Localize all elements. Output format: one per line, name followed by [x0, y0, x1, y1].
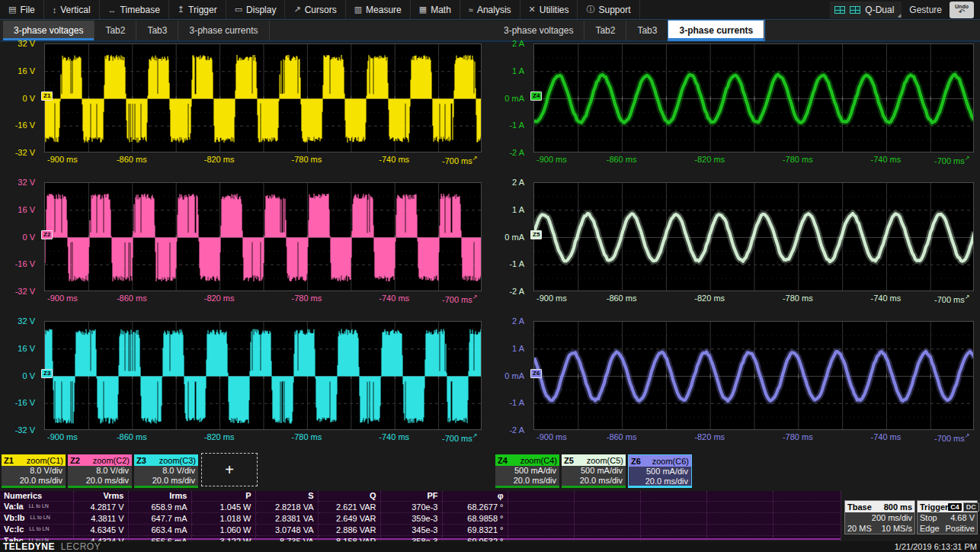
descriptor-box-Z5[interactable]: Z5zoom(C5)500 mA/div20.0 ms/div [562, 454, 626, 488]
zero-level-badge-Z4[interactable]: Z4 [530, 91, 542, 101]
y-axis-label-Z6-2: 0 mA [490, 371, 529, 380]
numerics-value-empty [773, 512, 841, 524]
descriptor-box-Z6[interactable]: Z6zoom(C6)500 mA/div20.0 ms/div [628, 454, 692, 488]
zero-level-badge-Z3[interactable]: Z3 [41, 369, 53, 378]
x-axis-tick-text: -900 ms [47, 155, 78, 164]
more-data-arrow-icon: ↗ [965, 155, 970, 162]
menu-timebase-label: Timebase [120, 5, 160, 15]
trigger-source-badge: C4 [948, 503, 962, 511]
y-axis-label-Z2-4: -32 V [0, 287, 40, 296]
trigger-mode: Stop [920, 512, 937, 523]
channel-pair-label: Va:Ia [4, 502, 24, 511]
x-axis-tick-text: -700 ms [934, 156, 965, 165]
numerics-title: Numerics [0, 491, 73, 501]
menu-utilities[interactable]: ✕Utilities [520, 0, 578, 19]
display-icon: ▭ [235, 5, 242, 14]
table-row: Vc:IcLL to LN4.6345 V663.4 mA1.060 W3.07… [0, 524, 841, 535]
descriptor-box-Z4[interactable]: Z4zoom(C4)500 mA/div20.0 ms/div [495, 454, 559, 488]
tab-right-3-phase-currents[interactable]: 3-phase currents [668, 21, 764, 40]
y-axis-label-Z4-1: 1 A [490, 66, 529, 75]
descriptor-header: Z1zoom(C1) [2, 454, 66, 466]
scope-grid-Z6[interactable] [533, 321, 974, 430]
numerics-value-empty [706, 512, 773, 524]
table-row: Vb:IbLL to LN4.3811 V647.7 mA1.018 W2.83… [0, 512, 841, 524]
menu-support[interactable]: ⓘSupport [578, 0, 639, 19]
undo-button[interactable]: Undo ↶ [950, 2, 974, 18]
y-axis-label-Z5-4: -2 A [490, 287, 529, 296]
descriptor-id: Z5 [564, 456, 574, 465]
wiring-mode-label: LL to LN [29, 503, 49, 509]
tab-right-tab2[interactable]: Tab2 [584, 21, 626, 40]
menu-cursors[interactable]: ↗Cursors [285, 0, 345, 19]
y-axis-label-Z5-1: 1 A [490, 205, 529, 214]
numerics-col-P: P [191, 491, 255, 501]
menu-measure[interactable]: ▥Measure [346, 0, 411, 19]
trigger-box[interactable]: Trigger C4DC Stop4.68 V EdgePositive [917, 500, 978, 534]
menu-vertical[interactable]: ↕Vertical [44, 0, 100, 19]
undo-arrow-icon: ↶ [959, 8, 965, 16]
menu-trigger[interactable]: ↥Trigger [169, 0, 226, 19]
x-axis-tick-text: -780 ms [783, 155, 813, 164]
numerics-col-empty [706, 491, 773, 501]
menu-timebase[interactable]: ↔Timebase [100, 0, 169, 19]
timebase-box[interactable]: Tbase 800 ms 200 ms/div 20 MS10 MS/s [844, 500, 915, 534]
timebase-icon: ↔ [108, 5, 117, 14]
zero-level-badge-Z6[interactable]: Z6 [530, 369, 542, 378]
status-bar: TELEDYNE LECROY 1/21/2019 6:13:31 PM [0, 541, 980, 552]
tab-right-3-phase-voltages[interactable]: 3-phase voltages [493, 21, 584, 40]
menu-file[interactable]: ▤File [0, 0, 44, 19]
numerics-value: 1.045 W [191, 501, 255, 512]
descriptor-tdiv: 20.0 ms/div [134, 476, 198, 486]
numerics-col-PF: PF [380, 491, 442, 501]
tab-left-3-phase-voltages[interactable]: 3-phase voltages [3, 21, 94, 40]
menu-analysis[interactable]: ≈Analysis [460, 0, 520, 19]
x-axis-tick-text: -820 ms [204, 155, 235, 164]
menu-math[interactable]: ▦Math [411, 0, 460, 19]
descriptor-box-Z3[interactable]: Z3zoom(C3)8.0 V/div20.0 ms/div [134, 454, 198, 488]
x-axis-label-Z4-4: -740 ms [871, 155, 902, 164]
menubar-right: Q-Dual ◢ Gesture Undo ↶ [830, 2, 980, 18]
tab-right-tab3[interactable]: Tab3 [626, 21, 668, 40]
zero-level-badge-Z2[interactable]: Z2 [41, 230, 53, 239]
x-axis-tick-text: -900 ms [47, 432, 78, 441]
channel-pair-label: Vc:Ic [4, 525, 24, 534]
y-axis-label-Z6-3: -1 A [490, 398, 529, 407]
y-axis-label-Z1-3: -16 V [0, 120, 40, 130]
numerics-value-empty [508, 512, 574, 524]
x-axis-tick-text: -860 ms [117, 432, 147, 441]
measure-icon: ▥ [354, 5, 362, 14]
menu-trigger-label: Trigger [188, 5, 217, 15]
scope-grid-Z4[interactable] [533, 43, 974, 152]
scope-grid-Z2[interactable] [44, 182, 482, 291]
scope-grid-Z5[interactable] [533, 182, 974, 291]
scope-grid-Z1[interactable] [44, 43, 482, 152]
y-axis-label-Z6-4: -2 A [490, 425, 529, 435]
scope-grid-Z3[interactable] [44, 321, 482, 430]
descriptor-id: Z4 [498, 456, 508, 465]
tab-left-3-phase-currents[interactable]: 3-phase currents [178, 21, 269, 40]
math-icon: ▦ [419, 5, 427, 14]
x-axis-tick-text: -900 ms [536, 432, 567, 441]
table-row: Va:IaLL to LN4.2817 V658.9 mA1.045 W2.82… [0, 501, 841, 512]
y-axis-label-Z4-2: 0 mA [490, 94, 529, 103]
x-axis-label-Z4-3: -780 ms [783, 155, 813, 164]
scope-panel-Z4: 2 A1 A0 mA-1 A-2 AZ4-900 ms-860 ms-820 m… [490, 43, 974, 166]
tab-left-tab3[interactable]: Tab3 [136, 21, 178, 40]
y-axis-label-Z3-3: -16 V [0, 398, 40, 407]
descriptor-title: zoom(C3) [159, 456, 196, 465]
x-axis-tick-text: -780 ms [783, 432, 813, 441]
menu-display[interactable]: ▭Display [226, 0, 286, 19]
tab-left-tab2[interactable]: Tab2 [94, 21, 136, 40]
numerics-value: 359e-3 [380, 512, 442, 524]
zero-level-badge-Z5[interactable]: Z5 [530, 230, 542, 239]
descriptor-box-Z1[interactable]: Z1zoom(C1)8.0 V/div20.0 ms/div [2, 454, 66, 488]
zero-level-badge-Z1[interactable]: Z1 [41, 91, 53, 101]
descriptor-box-Z2[interactable]: Z2zoom(C2)8.0 V/div20.0 ms/div [68, 454, 132, 488]
qdual-button[interactable]: Q-Dual ◢ [830, 2, 902, 18]
x-axis-label-Z2-3: -780 ms [292, 294, 322, 303]
menu-display-label: Display [246, 5, 276, 15]
trigger-level: 4.68 V [950, 512, 975, 523]
y-axis-label-Z2-0: 32 V [0, 178, 40, 187]
add-zoom-button[interactable]: + [201, 453, 258, 486]
menu-file-label: File [20, 5, 34, 15]
